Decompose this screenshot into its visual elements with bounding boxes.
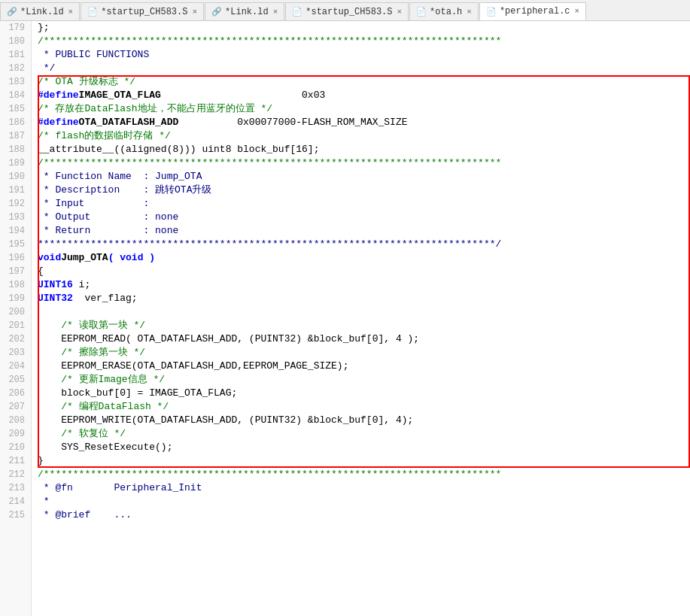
code-line-206: block_buf[0] = IMAGE_OTA_FLAG; [38,387,690,400]
code-line-196: void Jump_OTA( void ) [38,251,690,265]
line-number-200: 200 [3,305,25,319]
code-line-202: EEPROM_READ( OTA_DATAFLASH_ADD, (PUINT32… [38,332,690,346]
line-number-212: 212 [3,468,25,481]
tab-close-3[interactable]: × [273,8,278,17]
tab-label-1: *Link.ld [20,7,64,17]
tab-icon-1: 🔗 [7,7,17,17]
line-number-207: 207 [3,400,25,414]
code-line-212: /***************************************… [38,468,690,481]
code-line-215: * @brief ... [38,508,690,522]
line-number-179: 179 [3,21,25,35]
line-number-180: 180 [3,35,25,48]
line-number-187: 187 [3,129,25,143]
code-line-180: /***************************************… [38,35,690,48]
code-line-205: /* 更新Image信息 */ [38,373,690,387]
code-line-207: /* 编程DataFlash */ [38,400,690,414]
line-number-215: 215 [3,508,25,522]
line-number-193: 193 [3,211,25,224]
tab-link-ld-1[interactable]: 🔗 *Link.ld × [0,2,80,20]
code-line-184: #define IMAGE_OTA_FLAG 0x03 [38,89,690,102]
code-line-190: * Function Name : Jump_OTA [38,170,690,184]
line-number-211: 211 [3,454,25,468]
code-line-211: } [38,454,690,468]
code-line-194: * Return : none [38,224,690,238]
line-number-183: 183 [3,75,25,89]
tab-close-5[interactable]: × [467,8,472,17]
tab-bar: 🔗 *Link.ld × 📄 *startup_CH583.S × 🔗 *Lin… [0,0,690,21]
code-line-188: __attribute__((aligned(8))) uint8 block_… [38,143,690,156]
line-number-188: 188 [3,143,25,156]
line-number-186: 186 [3,116,25,129]
tab-peripheral-c[interactable]: 📄 *peripheral.c × [479,2,586,20]
line-number-191: 191 [3,184,25,197]
line-number-210: 210 [3,441,25,454]
line-number-199: 199 [3,292,25,305]
code-line-209: /* 软复位 */ [38,427,690,441]
tab-label-4: *startup_CH583.S [305,7,392,17]
line-number-182: 182 [3,62,25,75]
tab-ota-h[interactable]: 📄 *ota.h × [409,2,479,20]
code-line-197: { [38,265,690,278]
code-line-182: */ [38,62,690,75]
code-line-214: * [38,495,690,508]
code-line-186: #define OTA_DATAFLASH_ADD 0x00077000-FLA… [38,116,690,129]
code-line-208: EEPROM_WRITE(OTA_DATAFLASH_ADD, (PUINT32… [38,414,690,427]
tab-startup-1[interactable]: 📄 *startup_CH583.S × [81,2,204,20]
tab-close-6[interactable]: × [575,7,580,16]
code-area[interactable]: };/*************************************… [32,21,690,616]
line-number-203: 203 [3,346,25,360]
code-line-193: * Output : none [38,211,690,224]
tab-icon-3: 🔗 [211,7,222,17]
line-number-204: 204 [3,360,25,373]
line-number-202: 202 [3,332,25,346]
tab-close-1[interactable]: × [68,8,74,17]
line-number-206: 206 [3,387,25,400]
line-number-194: 194 [3,224,25,238]
code-line-213: * @fn Peripheral_Init [38,481,690,495]
code-line-192: * Input : [38,197,690,211]
code-line-181: * PUBLIC FUNCTIONS [38,48,690,62]
line-number-205: 205 [3,373,25,387]
line-number-190: 190 [3,170,25,184]
line-number-197: 197 [3,265,25,278]
line-number-213: 213 [3,481,25,495]
code-line-198: UINT16 i; [38,278,690,292]
code-line-201: /* 读取第一块 */ [38,319,690,332]
code-line-210: SYS_ResetExecute(); [38,441,690,454]
tab-icon-2: 📄 [87,7,98,17]
line-number-195: 195 [3,238,25,251]
line-number-198: 198 [3,278,25,292]
code-line-204: EEPROM_ERASE(OTA_DATAFLASH_ADD,EEPROM_PA… [38,360,690,373]
line-number-209: 209 [3,427,25,441]
tab-close-2[interactable]: × [192,8,197,17]
tab-icon-4: 📄 [292,7,302,17]
code-line-203: /* 擦除第一块 */ [38,346,690,360]
line-number-184: 184 [3,89,25,102]
line-number-189: 189 [3,156,25,170]
line-number-214: 214 [3,495,25,508]
editor: 1791801811821831841851861871881891901911… [0,21,690,616]
tab-close-4[interactable]: × [397,8,402,17]
tab-label-5: *ota.h [430,7,462,17]
tab-link-ld-2[interactable]: 🔗 *Link.ld × [205,2,284,20]
line-number-208: 208 [3,414,25,427]
line-number-192: 192 [3,197,25,211]
tab-label-3: *Link.ld [225,7,269,17]
code-line-191: * Description : 跳转OTA升级 [38,184,690,197]
tab-label-2: *startup_CH583.S [101,7,187,17]
tab-icon-6: 📄 [486,7,497,17]
tab-startup-2[interactable]: 📄 *startup_CH583.S × [285,2,409,20]
tab-icon-5: 📄 [416,7,427,17]
code-line-183: /* OTA 升级标志 */ [38,75,690,89]
code-line-195: ****************************************… [38,238,690,251]
code-line-185: /* 存放在DataFlash地址，不能占用蓝牙的位置 */ [38,102,690,116]
line-number-181: 181 [3,48,25,62]
code-line-199: UINT32 ver_flag; [38,292,690,305]
code-line-200 [38,305,690,319]
line-numbers: 1791801811821831841851861871881891901911… [0,21,32,616]
tab-label-6: *peripheral.c [500,6,570,17]
code-line-189: /***************************************… [38,156,690,170]
line-number-201: 201 [3,319,25,332]
line-number-185: 185 [3,102,25,116]
code-line-179: }; [38,21,690,35]
